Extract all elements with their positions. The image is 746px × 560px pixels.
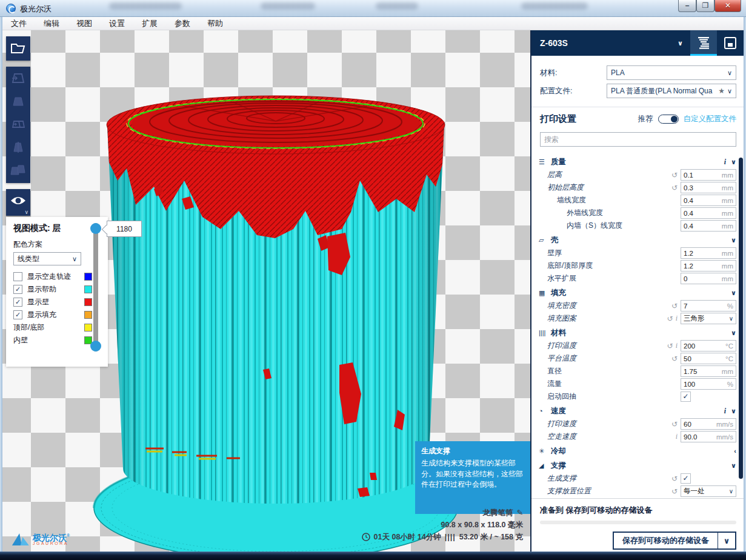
setting-select[interactable]: 三角形∨ [681, 313, 736, 324]
move-tool[interactable] [6, 67, 30, 90]
color-swatch [84, 324, 92, 332]
setting-label: 初始层高度 [531, 182, 671, 193]
3d-viewport[interactable]: ∨ 视图模式: 层 配色方案 线类型 ∨ 显示空走轨迹✓显示帮助✓显示壁✓显示填… [2, 30, 530, 552]
chevron-down-icon[interactable]: ∨ [731, 236, 736, 244]
reset-icon[interactable]: ↺ [671, 487, 678, 496]
slider-handle-top[interactable] [90, 223, 101, 234]
section-header-质量[interactable]: ☰质量i∨ [531, 155, 744, 168]
recommended-custom-toggle[interactable] [658, 115, 679, 124]
material-select[interactable]: PLA ∨ [607, 65, 736, 80]
tab-monitor-printer[interactable] [717, 30, 744, 56]
minimize-button[interactable]: – [678, 0, 696, 12]
per-model-settings-tool[interactable] [6, 159, 30, 182]
color-scheme-select[interactable]: 线类型 ∨ [13, 252, 81, 265]
support-tooltip: 生成支撑 生成结构来支撑模型的某些部分。如果没有这些结构，这些部件在打印过程中会… [415, 441, 530, 514]
menu-item-参数[interactable]: 参数 [166, 17, 199, 30]
scale-tool[interactable] [6, 90, 30, 113]
app-logo-icon [6, 4, 16, 13]
section-header-冷却[interactable]: ✳冷却‹ [531, 444, 744, 458]
setting-input[interactable]: 60mm/s [681, 418, 736, 430]
menu-item-文件[interactable]: 文件 [2, 17, 35, 30]
layer-value: 1180 [116, 225, 132, 233]
setting-input[interactable]: 0.4mm [681, 207, 736, 219]
title-bar[interactable]: 极光尔沃 – ❐ ✕ [0, 0, 746, 17]
section-icon: |||| [539, 329, 551, 336]
checkbox[interactable] [13, 272, 22, 281]
chevron-down-icon[interactable]: ∨ [731, 462, 736, 470]
setting-row: 打印速度↺60mm/s [531, 418, 744, 430]
view-mode-button[interactable]: ∨ [6, 189, 30, 216]
setting-input[interactable]: 0.4mm [681, 195, 736, 206]
menu-item-帮助[interactable]: 帮助 [199, 17, 231, 30]
checkbox[interactable]: ✓ [13, 310, 22, 319]
reset-icon[interactable]: ↺ [671, 184, 678, 192]
maximize-button[interactable]: ❐ [696, 0, 714, 12]
setting-input[interactable]: 0.4mm [681, 220, 736, 232]
setting-input[interactable]: 100% [681, 378, 736, 390]
view-option-label: 显示空走轨迹 [27, 272, 84, 282]
setting-input[interactable]: 0mm [681, 273, 736, 284]
layer-range-slider[interactable] [93, 223, 98, 352]
reset-icon[interactable]: ↺ [671, 475, 678, 483]
setting-input[interactable]: 1.75mm [681, 365, 736, 377]
chevron-down-icon[interactable]: ∨ [731, 289, 736, 297]
setting-input[interactable]: 0.1mm [681, 169, 736, 181]
custom-profile-link[interactable]: 自定义配置文件 [684, 114, 737, 124]
section-header-填充[interactable]: ▦填充∨ [531, 286, 744, 299]
reset-icon[interactable]: ↺ [671, 355, 678, 363]
settings-scrollbar[interactable] [739, 158, 743, 479]
reset-icon[interactable]: ↺ [667, 315, 673, 323]
checkbox[interactable]: ✓ [13, 298, 22, 307]
reset-icon[interactable]: ↺ [671, 302, 678, 310]
chevron-down-icon[interactable]: ∨ [718, 536, 735, 545]
chevron-left-icon[interactable]: ‹ [734, 447, 736, 455]
menu-item-设置[interactable]: 设置 [101, 17, 133, 30]
reset-icon[interactable]: ↺ [667, 342, 673, 350]
tab-prepare-slice[interactable] [690, 30, 717, 56]
setting-pre-icons: ↺ [671, 302, 678, 310]
setting-input[interactable]: 0.3mm [681, 182, 736, 193]
reset-icon[interactable]: ↺ [671, 171, 678, 179]
menu-item-扩展[interactable]: 扩展 [133, 17, 166, 30]
checkbox-wrap: ✓ [681, 473, 736, 484]
slider-handle-bottom[interactable] [90, 341, 101, 352]
setting-input[interactable]: 1.2mm [681, 260, 736, 272]
view-option-row: ✓显示填充 [13, 308, 101, 321]
menu-item-视图[interactable]: 视图 [68, 17, 101, 30]
setting-input[interactable]: 200°C [681, 340, 736, 352]
section-header-支撑[interactable]: ◢支撑∨ [531, 459, 744, 472]
setting-input[interactable]: 90.0mm/s [681, 431, 736, 442]
mirror-tool[interactable] [6, 136, 30, 159]
section-header-材料[interactable]: ||||材料∨ [531, 326, 744, 339]
setting-row: 外墙线宽度0.4mm [531, 207, 744, 219]
profile-select[interactable]: PLA 普通质量(PLA Normal Qua ★ ∨ [607, 84, 736, 98]
close-button[interactable]: ✕ [714, 0, 741, 12]
save-to-removable-button[interactable]: 保存到可移动的存储设备 ∨ [613, 532, 736, 550]
chevron-down-icon[interactable]: ∨ [731, 158, 736, 166]
open-file-button[interactable] [6, 36, 30, 61]
setting-row: 空走速度i90.0mm/s [531, 430, 744, 443]
section-header-速度[interactable]: ◔速度i∨ [531, 404, 744, 418]
search-input[interactable] [540, 132, 736, 147]
machine-config: 材料: PLA ∨ 配置文件: PLA 普通质量(PLA Normal Qua … [531, 56, 744, 107]
section-header-壳[interactable]: ▱壳∨ [531, 233, 744, 247]
menu-item-编辑[interactable]: 编辑 [35, 17, 68, 30]
setting-input[interactable]: 50°C [681, 353, 736, 364]
setting-select[interactable]: 每一处∨ [681, 485, 736, 497]
chevron-down-icon[interactable]: ∨ [731, 329, 736, 337]
printer-select[interactable]: Z-603S ∨ [531, 38, 690, 48]
section-name: 冷却 [551, 446, 734, 456]
setting-input[interactable]: 7% [681, 300, 736, 312]
setting-checkbox[interactable]: ✓ [681, 392, 691, 402]
color-swatch [84, 311, 92, 319]
reset-icon[interactable]: ↺ [671, 420, 678, 428]
setting-value: 1.2 [684, 262, 722, 270]
setting-input[interactable]: 1.2mm [681, 247, 736, 259]
checkbox[interactable]: ✓ [13, 285, 22, 294]
setting-checkbox[interactable]: ✓ [681, 473, 691, 484]
rotate-tool[interactable] [6, 113, 30, 136]
section-name: 支撑 [551, 461, 731, 471]
setting-label: 壁厚 [531, 248, 678, 258]
pencil-icon[interactable]: ✎ [517, 507, 523, 519]
chevron-down-icon[interactable]: ∨ [731, 407, 736, 415]
